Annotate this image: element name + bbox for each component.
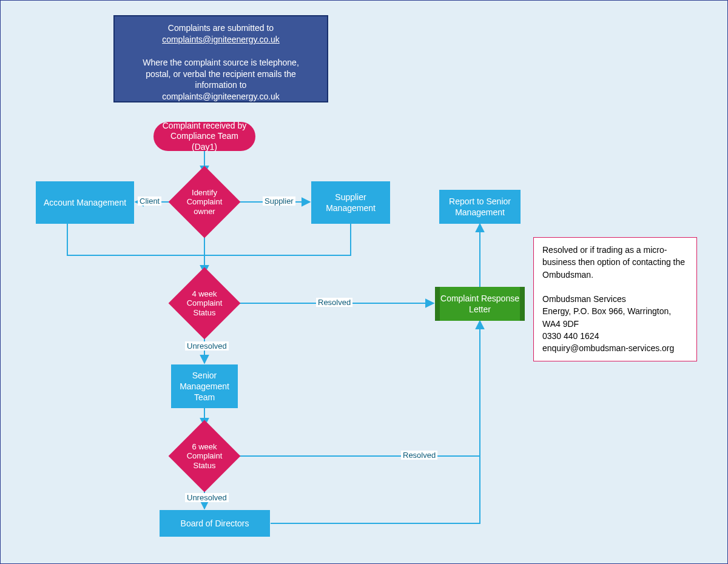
node-4week-status-label: 4 week Complaint Status — [183, 289, 226, 318]
header-line2a: Where the complaint source is telephone, — [143, 58, 299, 67]
node-senior-management-label: Senior Management Team — [174, 370, 235, 403]
edge-label-unresolved-4w: Unresolved — [185, 341, 229, 351]
node-4week-status-diamond: 4 week Complaint Status — [179, 278, 230, 329]
info-ombudsman-name: Ombudsman Services — [542, 293, 688, 305]
node-identify-diamond: Identify Complaint owner — [179, 176, 230, 227]
edge-label-resolved-4w: Resolved — [316, 298, 352, 307]
edge-label-resolved-6w: Resolved — [401, 451, 437, 460]
node-report-senior-label: Report to Senior Management — [442, 196, 518, 218]
node-report-senior: Report to Senior Management — [439, 190, 521, 224]
node-supplier-management-label: Supplier Management — [314, 192, 388, 213]
node-account-management-label: Account Management — [44, 197, 126, 208]
node-senior-management-team: Senior Management Team — [171, 364, 238, 408]
header-line2c: information to — [195, 80, 247, 90]
info-ombudsman-address: Energy, P.O. Box 966, Warrington, WA4 9D… — [542, 305, 688, 330]
ombudsman-info-box: Resolved or if trading as a micro-busine… — [533, 237, 697, 361]
node-6week-status-diamond: 6 week Complaint Status — [179, 431, 230, 482]
edge-label-client: Client — [138, 196, 161, 206]
header-line1: Complaints are submitted to — [168, 23, 274, 33]
node-identify-label: Identify Complaint owner — [183, 188, 226, 217]
node-start: Complaint received by Compliance Team (D… — [153, 122, 255, 151]
node-account-management: Account Management — [36, 181, 134, 224]
header-line2d: complaints@igniteenergy.co.uk — [162, 92, 280, 101]
node-response-letter: Complaint Response Letter — [435, 287, 525, 321]
info-ombudsman-email: enquiry@ombudsman-services.org — [542, 342, 688, 354]
flowchart-frame: Complaints are submitted to complaints@i… — [0, 0, 728, 564]
complaints-email-link[interactable]: complaints@igniteenergy.co.uk — [162, 35, 280, 44]
header-info-box: Complaints are submitted to complaints@i… — [113, 15, 328, 102]
node-supplier-management: Supplier Management — [311, 181, 390, 224]
node-board-of-directors: Board of Directors — [160, 510, 270, 537]
node-board-label: Board of Directors — [181, 518, 249, 529]
node-start-label: Complaint received by Compliance Team (D… — [161, 121, 248, 153]
edge-label-supplier: Supplier — [263, 196, 295, 206]
node-response-letter-label: Complaint Response Letter — [440, 293, 520, 315]
node-6week-status-label: 6 week Complaint Status — [183, 442, 226, 471]
edge-label-unresolved-6w: Unresolved — [185, 493, 229, 502]
info-ombudsman-phone: 0330 440 1624 — [542, 330, 688, 342]
header-line2b: postal, or verbal the recipient emails t… — [146, 69, 295, 79]
info-resolved-line: Resolved or if trading as a micro-busine… — [542, 244, 688, 281]
